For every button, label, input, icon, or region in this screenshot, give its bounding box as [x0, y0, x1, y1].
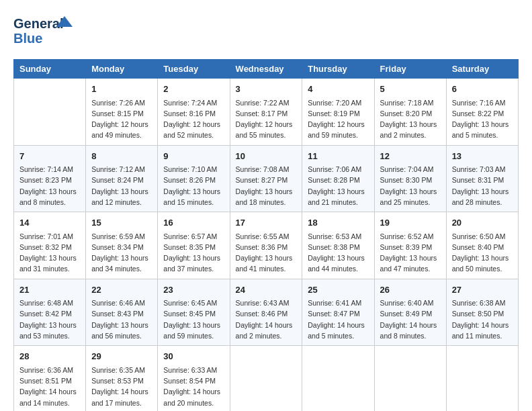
sun-info: Sunrise: 7:03 AMSunset: 8:31 PMDaylight:…: [452, 164, 513, 208]
calendar-cell: 23Sunrise: 6:45 AMSunset: 8:45 PMDayligh…: [158, 279, 230, 346]
calendar-cell: 14Sunrise: 7:01 AMSunset: 8:32 PMDayligh…: [14, 212, 86, 279]
calendar-cell: 12Sunrise: 7:04 AMSunset: 8:30 PMDayligh…: [374, 145, 446, 212]
calendar-cell: 1Sunrise: 7:26 AMSunset: 8:15 PMDaylight…: [86, 79, 158, 146]
calendar-cell: 27Sunrise: 6:38 AMSunset: 8:50 PMDayligh…: [446, 279, 518, 346]
calendar-cell: 2Sunrise: 7:24 AMSunset: 8:16 PMDaylight…: [158, 79, 230, 146]
sun-info: Sunrise: 7:18 AMSunset: 8:20 PMDaylight:…: [380, 97, 441, 141]
weekday-header: Sunday: [14, 60, 86, 79]
sun-info: Sunrise: 6:43 AMSunset: 8:46 PMDaylight:…: [236, 298, 297, 341]
calendar-cell: [374, 346, 446, 411]
calendar-week-row: 14Sunrise: 7:01 AMSunset: 8:32 PMDayligh…: [14, 212, 519, 279]
calendar-cell: 7Sunrise: 7:14 AMSunset: 8:23 PMDaylight…: [14, 145, 86, 212]
sun-info: Sunrise: 6:35 AMSunset: 8:53 PMDaylight:…: [91, 365, 152, 408]
calendar-cell: 15Sunrise: 6:59 AMSunset: 8:34 PMDayligh…: [86, 212, 158, 279]
day-number: 15: [91, 216, 152, 230]
sun-info: Sunrise: 6:46 AMSunset: 8:43 PMDaylight:…: [91, 298, 152, 341]
weekday-header: Monday: [86, 60, 158, 79]
day-number: 21: [19, 283, 80, 297]
sun-info: Sunrise: 6:33 AMSunset: 8:54 PMDaylight:…: [163, 365, 224, 408]
sun-info: Sunrise: 6:53 AMSunset: 8:38 PMDaylight:…: [308, 231, 368, 275]
day-number: 6: [452, 83, 513, 96]
calendar-cell: 24Sunrise: 6:43 AMSunset: 8:46 PMDayligh…: [230, 279, 302, 346]
svg-text:Blue: Blue: [13, 31, 42, 46]
calendar-week-row: 1Sunrise: 7:26 AMSunset: 8:15 PMDaylight…: [14, 79, 519, 146]
calendar-cell: 4Sunrise: 7:20 AMSunset: 8:19 PMDaylight…: [302, 79, 374, 146]
sun-info: Sunrise: 6:52 AMSunset: 8:39 PMDaylight:…: [380, 231, 441, 275]
day-number: 10: [236, 150, 297, 163]
day-number: 9: [163, 150, 224, 163]
sun-info: Sunrise: 7:10 AMSunset: 8:26 PMDaylight:…: [163, 164, 224, 208]
calendar-cell: 17Sunrise: 6:55 AMSunset: 8:36 PMDayligh…: [230, 212, 302, 279]
calendar-week-row: 7Sunrise: 7:14 AMSunset: 8:23 PMDaylight…: [14, 145, 519, 212]
sun-info: Sunrise: 7:16 AMSunset: 8:22 PMDaylight:…: [452, 97, 513, 141]
sun-info: Sunrise: 6:50 AMSunset: 8:40 PMDaylight:…: [452, 231, 513, 275]
svg-text:General: General: [13, 16, 63, 31]
weekday-header: Thursday: [302, 60, 374, 79]
sun-info: Sunrise: 7:26 AMSunset: 8:15 PMDaylight:…: [91, 97, 152, 141]
weekday-header-row: SundayMondayTuesdayWednesdayThursdayFrid…: [14, 60, 519, 79]
calendar-cell: 6Sunrise: 7:16 AMSunset: 8:22 PMDaylight…: [446, 79, 518, 146]
sun-info: Sunrise: 6:59 AMSunset: 8:34 PMDaylight:…: [91, 231, 152, 275]
sun-info: Sunrise: 6:48 AMSunset: 8:42 PMDaylight:…: [19, 298, 80, 341]
sun-info: Sunrise: 6:45 AMSunset: 8:45 PMDaylight:…: [163, 298, 224, 341]
day-number: 27: [452, 283, 513, 297]
sun-info: Sunrise: 6:55 AMSunset: 8:36 PMDaylight:…: [236, 231, 297, 275]
day-number: 5: [380, 83, 441, 96]
logo: General Blue: [13, 13, 74, 48]
weekday-header: Saturday: [446, 60, 518, 79]
calendar-table: SundayMondayTuesdayWednesdayThursdayFrid…: [13, 59, 519, 411]
sun-info: Sunrise: 6:38 AMSunset: 8:50 PMDaylight:…: [452, 298, 513, 341]
calendar-cell: 5Sunrise: 7:18 AMSunset: 8:20 PMDaylight…: [374, 79, 446, 146]
sun-info: Sunrise: 6:41 AMSunset: 8:47 PMDaylight:…: [308, 298, 368, 341]
day-number: 26: [380, 283, 441, 297]
day-number: 12: [380, 150, 441, 163]
sun-info: Sunrise: 7:08 AMSunset: 8:27 PMDaylight:…: [236, 164, 297, 208]
calendar-cell: 9Sunrise: 7:10 AMSunset: 8:26 PMDaylight…: [158, 145, 230, 212]
day-number: 13: [452, 150, 513, 163]
day-number: 25: [308, 283, 368, 297]
calendar-week-row: 21Sunrise: 6:48 AMSunset: 8:42 PMDayligh…: [14, 279, 519, 346]
weekday-header: Tuesday: [158, 60, 230, 79]
sun-info: Sunrise: 6:40 AMSunset: 8:49 PMDaylight:…: [380, 298, 441, 341]
weekday-header: Friday: [374, 60, 446, 79]
calendar-cell: [302, 346, 374, 411]
sun-info: Sunrise: 7:22 AMSunset: 8:17 PMDaylight:…: [236, 97, 297, 141]
day-number: 29: [91, 350, 152, 363]
day-number: 11: [308, 150, 368, 163]
calendar-cell: 29Sunrise: 6:35 AMSunset: 8:53 PMDayligh…: [86, 346, 158, 411]
sun-info: Sunrise: 6:36 AMSunset: 8:51 PMDaylight:…: [19, 365, 80, 408]
day-number: 3: [236, 83, 297, 96]
calendar-cell: 28Sunrise: 6:36 AMSunset: 8:51 PMDayligh…: [14, 346, 86, 411]
calendar-cell: [14, 79, 86, 146]
calendar-cell: 26Sunrise: 6:40 AMSunset: 8:49 PMDayligh…: [374, 279, 446, 346]
calendar-cell: 25Sunrise: 6:41 AMSunset: 8:47 PMDayligh…: [302, 279, 374, 346]
calendar-cell: 30Sunrise: 6:33 AMSunset: 8:54 PMDayligh…: [158, 346, 230, 411]
calendar-cell: 10Sunrise: 7:08 AMSunset: 8:27 PMDayligh…: [230, 145, 302, 212]
day-number: 1: [91, 83, 152, 96]
calendar-cell: 22Sunrise: 6:46 AMSunset: 8:43 PMDayligh…: [86, 279, 158, 346]
calendar-week-row: 28Sunrise: 6:36 AMSunset: 8:51 PMDayligh…: [14, 346, 519, 411]
day-number: 16: [163, 216, 224, 230]
sun-info: Sunrise: 7:06 AMSunset: 8:28 PMDaylight:…: [308, 164, 368, 208]
calendar-cell: [446, 346, 518, 411]
calendar-cell: 11Sunrise: 7:06 AMSunset: 8:28 PMDayligh…: [302, 145, 374, 212]
sun-info: Sunrise: 7:24 AMSunset: 8:16 PMDaylight:…: [163, 97, 224, 141]
calendar-cell: 20Sunrise: 6:50 AMSunset: 8:40 PMDayligh…: [446, 212, 518, 279]
day-number: 18: [308, 216, 368, 230]
calendar-cell: 13Sunrise: 7:03 AMSunset: 8:31 PMDayligh…: [446, 145, 518, 212]
sun-info: Sunrise: 7:04 AMSunset: 8:30 PMDaylight:…: [380, 164, 441, 208]
day-number: 22: [91, 283, 152, 297]
day-number: 20: [452, 216, 513, 230]
sun-info: Sunrise: 7:01 AMSunset: 8:32 PMDaylight:…: [19, 231, 80, 275]
calendar-cell: [230, 346, 302, 411]
calendar-cell: 19Sunrise: 6:52 AMSunset: 8:39 PMDayligh…: [374, 212, 446, 279]
day-number: 28: [19, 350, 80, 363]
day-number: 30: [163, 350, 224, 363]
day-number: 23: [163, 283, 224, 297]
calendar-cell: 3Sunrise: 7:22 AMSunset: 8:17 PMDaylight…: [230, 79, 302, 146]
day-number: 2: [163, 83, 224, 96]
page-header: General Blue: [13, 13, 519, 48]
sun-info: Sunrise: 7:14 AMSunset: 8:23 PMDaylight:…: [19, 164, 80, 208]
calendar-cell: 18Sunrise: 6:53 AMSunset: 8:38 PMDayligh…: [302, 212, 374, 279]
day-number: 19: [380, 216, 441, 230]
